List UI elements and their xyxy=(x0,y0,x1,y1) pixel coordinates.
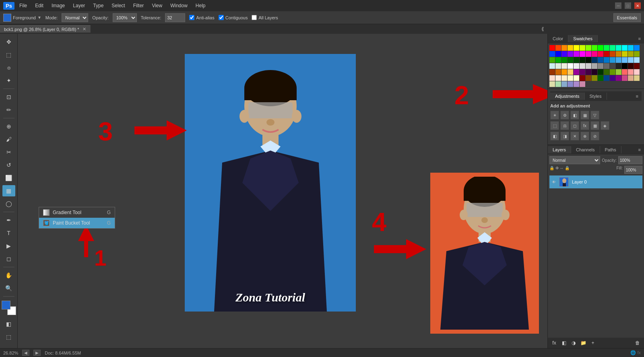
swatch-cell[interactable] xyxy=(574,69,579,75)
swatch-cell[interactable] xyxy=(586,45,591,51)
swatch-cell[interactable] xyxy=(580,45,585,51)
mode-select[interactable]: Normal xyxy=(62,13,88,22)
menu-help[interactable]: Help xyxy=(192,2,209,9)
swatch-cell[interactable] xyxy=(628,45,634,51)
adj-curves-btn[interactable]: ⚙ xyxy=(560,111,569,120)
swatch-cell[interactable] xyxy=(604,63,609,69)
swatch-cell[interactable] xyxy=(574,51,579,57)
contiguous-checkbox[interactable] xyxy=(219,15,224,20)
swatch-cell[interactable] xyxy=(628,69,634,75)
tab-color[interactable]: Color xyxy=(548,35,568,42)
swatch-cell[interactable] xyxy=(549,57,555,63)
swatch-cell[interactable] xyxy=(616,51,621,57)
swatch-cell[interactable] xyxy=(561,45,567,51)
layer-group-btn[interactable]: 📁 xyxy=(579,339,587,347)
swatch-cell[interactable] xyxy=(568,45,573,51)
swatch-cell[interactable] xyxy=(598,57,603,63)
pen-tool-btn[interactable]: ✒ xyxy=(2,215,15,226)
swatch-cell[interactable] xyxy=(568,51,573,57)
adj-color-balance-btn[interactable]: ⬚ xyxy=(550,121,559,130)
clone-tool-btn[interactable]: ✂ xyxy=(2,147,15,158)
swatch-cell[interactable] xyxy=(610,51,615,57)
swatch-cell[interactable] xyxy=(561,75,567,81)
tab-paths[interactable]: Paths xyxy=(600,146,621,153)
adj-fill-empty-btn[interactable]: ⊘ xyxy=(590,132,599,140)
swatch-cell[interactable] xyxy=(586,57,591,63)
minimize-btn[interactable]: ─ xyxy=(615,2,621,9)
tab-adjustments[interactable]: Adjustments xyxy=(550,93,585,100)
swatch-cell[interactable] xyxy=(561,63,567,69)
magic-wand-tool-btn[interactable]: ✦ xyxy=(2,75,15,86)
dodge-tool-btn[interactable]: ◯ xyxy=(2,198,15,209)
swatch-cell[interactable] xyxy=(616,45,621,51)
swatch-cell[interactable] xyxy=(598,51,603,57)
swatch-cell[interactable] xyxy=(634,45,640,51)
swatch-cell[interactable] xyxy=(604,69,609,75)
adj-threshold-btn[interactable]: ◨ xyxy=(560,132,569,140)
swatch-cell[interactable] xyxy=(568,63,573,69)
swatch-cell[interactable] xyxy=(549,51,555,57)
swatch-cell[interactable] xyxy=(610,75,615,81)
adj-color-lookup-btn[interactable]: ▦ xyxy=(590,121,599,130)
swatch-cell[interactable] xyxy=(586,69,591,75)
lasso-tool-btn[interactable]: ⌾ xyxy=(2,62,15,73)
path-select-tool-btn[interactable]: ▶ xyxy=(2,240,15,252)
swatch-cell[interactable] xyxy=(580,69,585,75)
screen-mode-btn[interactable]: ⬚ xyxy=(2,331,15,343)
swatch-cell[interactable] xyxy=(561,69,567,75)
swatch-cell[interactable] xyxy=(604,57,609,63)
opacity-input[interactable] xyxy=(618,156,642,164)
swatch-cell[interactable] xyxy=(555,75,561,81)
menu-layer[interactable]: Layer xyxy=(70,2,88,9)
swatch-cell[interactable] xyxy=(610,63,615,69)
maximize-btn[interactable]: □ xyxy=(625,2,631,9)
swatch-cell[interactable] xyxy=(549,45,555,51)
swatch-cell[interactable] xyxy=(616,57,621,63)
swatch-cell[interactable] xyxy=(622,57,627,63)
swatch-cell[interactable] xyxy=(622,51,627,57)
foreground-color-swatch[interactable] xyxy=(3,14,11,22)
swatch-cell[interactable] xyxy=(561,51,567,57)
swatch-cell[interactable] xyxy=(580,57,585,63)
swatch-cell[interactable] xyxy=(568,75,573,81)
swatch-cell[interactable] xyxy=(604,45,609,51)
adj-vibrance-btn[interactable]: ▦ xyxy=(580,111,589,120)
layer-fx-btn[interactable]: fx xyxy=(550,339,558,347)
adj-invert-btn[interactable]: ◈ xyxy=(601,121,609,130)
layer-new-btn[interactable]: + xyxy=(589,339,597,347)
layer-mask-btn[interactable]: ◧ xyxy=(560,339,568,347)
menu-view[interactable]: View xyxy=(149,2,165,9)
swatch-cell[interactable] xyxy=(634,51,640,57)
swatch-cell[interactable] xyxy=(574,45,579,51)
swatch-cell[interactable] xyxy=(634,57,640,63)
adj-bw-btn[interactable]: ⚖ xyxy=(560,121,569,130)
essentials-button[interactable]: Essentials xyxy=(613,13,641,22)
swatch-cell[interactable] xyxy=(634,75,640,81)
swatch-cell[interactable] xyxy=(561,81,567,87)
zoom-tool-btn[interactable]: 🔍 xyxy=(2,283,15,294)
swatch-cell[interactable] xyxy=(549,75,555,81)
swatch-cell[interactable] xyxy=(616,69,621,75)
swatch-cell[interactable] xyxy=(610,69,615,75)
eyedropper-tool-btn[interactable]: ✏ xyxy=(2,104,15,116)
foreground-color-swatch-toolbar[interactable] xyxy=(2,301,10,310)
swatch-cell[interactable] xyxy=(610,57,615,63)
swatch-cell[interactable] xyxy=(604,75,609,81)
swatch-cell[interactable] xyxy=(574,63,579,69)
swatch-cell[interactable] xyxy=(586,63,591,69)
swatch-cell[interactable] xyxy=(574,81,579,87)
quick-mask-btn[interactable]: ◧ xyxy=(2,318,15,330)
swatch-cell[interactable] xyxy=(622,45,627,51)
swatch-cell[interactable] xyxy=(561,57,567,63)
swatch-cell[interactable] xyxy=(628,51,634,57)
swatch-cell[interactable] xyxy=(555,81,561,87)
layer-delete-btn[interactable]: 🗑 xyxy=(634,339,642,347)
swatch-cell[interactable] xyxy=(604,51,609,57)
canvas-area[interactable]: Zona Tutorial xyxy=(18,34,547,348)
swatch-cell[interactable] xyxy=(592,51,597,57)
adj-panel-menu[interactable]: ≡ xyxy=(633,94,642,99)
swatch-cell[interactable] xyxy=(549,69,555,75)
adj-hsl-btn[interactable]: ▽ xyxy=(590,111,599,120)
swatch-cell[interactable] xyxy=(586,75,591,81)
layers-mode-select[interactable]: Normal xyxy=(549,156,600,164)
